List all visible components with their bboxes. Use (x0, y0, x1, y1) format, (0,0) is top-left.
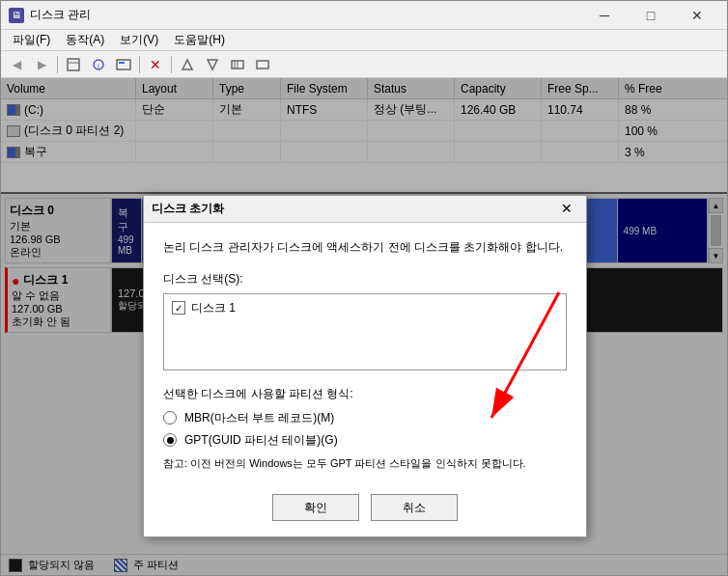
radio-gpt-label: GPT(GUID 파티션 테이블)(G) (184, 432, 338, 449)
svg-rect-4 (117, 60, 130, 69)
menu-action[interactable]: 동작(A) (58, 30, 112, 50)
menu-file[interactable]: 파일(F) (5, 30, 58, 50)
modal-cancel-button[interactable]: 취소 (371, 494, 458, 521)
title-bar: 🖥 디스크 관리 ─ □ ✕ (1, 1, 727, 30)
modal-overlay: 디스크 초기화 ✕ 논리 디스크 관리자가 디스크에 액세스하기 전에 디스크를… (1, 78, 728, 576)
toolbar: ◀ ▶ i ✕ (1, 51, 727, 78)
minimize-button[interactable]: ─ (582, 1, 627, 30)
svg-marker-7 (208, 60, 217, 69)
modal-title-bar: 디스크 초기화 ✕ (144, 196, 586, 223)
window-title: 디스크 관리 (30, 7, 91, 23)
toolbar-btn-4[interactable] (176, 54, 199, 75)
toolbar-separator-1 (57, 56, 58, 73)
maximize-button[interactable]: □ (629, 1, 673, 30)
listbox-item-label: 디스크 1 (191, 300, 236, 316)
radio-group: MBR(마스터 부트 레코드)(M) GPT(GUID 파티션 테이블)(G) (163, 410, 567, 449)
modal-close-button[interactable]: ✕ (555, 199, 578, 218)
toolbar-btn-6[interactable] (226, 54, 249, 75)
app-icon: 🖥 (9, 8, 24, 23)
svg-text:i: i (98, 62, 99, 70)
modal-ok-button[interactable]: 확인 (272, 494, 359, 521)
modal-partition-format-label: 선택한 디스크에 사용할 파티션 형식: (163, 386, 567, 402)
toolbar-separator-3 (171, 56, 172, 73)
title-bar-controls: ─ □ ✕ (582, 1, 719, 30)
menu-help[interactable]: 도움말(H) (166, 30, 233, 50)
toolbar-btn-1[interactable] (62, 54, 85, 75)
title-bar-left: 🖥 디스크 관리 (9, 7, 91, 23)
toolbar-btn-delete[interactable]: ✕ (144, 54, 167, 75)
main-window: 🖥 디스크 관리 ─ □ ✕ 파일(F) 동작(A) 보기(V) 도움말(H) … (0, 0, 728, 576)
toolbar-btn-7[interactable] (251, 54, 274, 75)
listbox-item[interactable]: 디스크 1 (168, 298, 562, 318)
modal-note: 참고: 이전 버전의 Windows는 모두 GPT 파티션 스타일을 인식하지… (163, 456, 567, 471)
toolbar-btn-2[interactable]: i (87, 54, 110, 75)
modal-body: 논리 디스크 관리자가 디스크에 액세스하기 전에 디스크를 초기화해야 합니다… (144, 223, 586, 536)
back-button[interactable]: ◀ (5, 54, 28, 75)
toolbar-btn-5[interactable] (201, 54, 224, 75)
main-content-wrapper: Volume Layout Type File System Status Ca… (1, 78, 727, 575)
modal-buttons: 확인 취소 (163, 486, 567, 521)
radio-gpt[interactable] (163, 433, 177, 447)
menu-view[interactable]: 보기(V) (112, 30, 166, 50)
radio-mbr[interactable] (163, 411, 177, 425)
svg-rect-5 (119, 62, 125, 64)
radio-item-gpt[interactable]: GPT(GUID 파티션 테이블)(G) (163, 432, 567, 449)
radio-mbr-label: MBR(마스터 부트 레코드)(M) (184, 410, 334, 426)
modal-dialog: 디스크 초기화 ✕ 논리 디스크 관리자가 디스크에 액세스하기 전에 디스크를… (143, 195, 587, 537)
svg-marker-6 (182, 60, 192, 69)
radio-item-mbr[interactable]: MBR(마스터 부트 레코드)(M) (163, 410, 567, 426)
modal-disk-select-label: 디스크 선택(S): (163, 271, 567, 288)
menu-bar: 파일(F) 동작(A) 보기(V) 도움말(H) (1, 30, 727, 51)
svg-rect-11 (257, 61, 268, 69)
forward-button[interactable]: ▶ (30, 54, 53, 75)
toolbar-btn-3[interactable] (112, 54, 135, 75)
disk-checkbox[interactable] (172, 301, 185, 315)
toolbar-separator-2 (139, 56, 140, 73)
modal-listbox[interactable]: 디스크 1 (163, 293, 567, 370)
close-button[interactable]: ✕ (675, 1, 719, 30)
svg-rect-0 (68, 59, 79, 70)
modal-title: 디스크 초기화 (152, 201, 224, 217)
modal-description: 논리 디스크 관리자가 디스크에 액세스하기 전에 디스크를 초기화해야 합니다… (163, 238, 567, 256)
